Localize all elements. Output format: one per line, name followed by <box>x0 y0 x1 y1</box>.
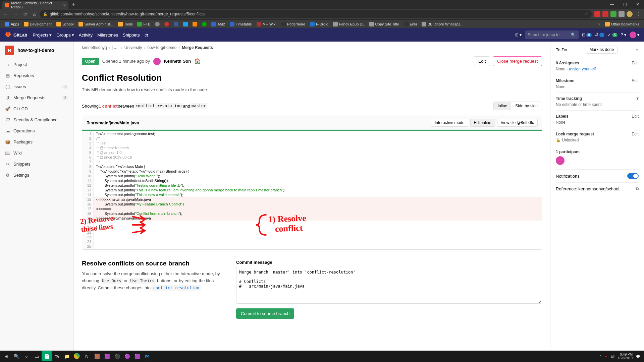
bookmark-item[interactable]: Copy Site Title <box>367 21 401 27</box>
commit-message-input[interactable] <box>236 267 542 304</box>
other-bookmarks[interactable]: Other bookmarks <box>603 21 641 27</box>
bookmark-item[interactable] <box>172 21 180 27</box>
taskbar-app[interactable]: 🛍 <box>52 351 62 361</box>
edit-link[interactable]: Edit <box>632 61 639 65</box>
minimize-button[interactable]: — <box>606 0 619 9</box>
edit-link[interactable]: Edit <box>632 114 639 119</box>
nav-groups[interactable]: Groups ▾ <box>56 33 74 38</box>
sidebar-item-wiki[interactable]: 📖Wiki <box>0 147 73 159</box>
view-file-button[interactable]: View file @8efb0fc <box>497 119 538 127</box>
taskbar-chrome[interactable] <box>72 351 82 361</box>
nav-milestones[interactable]: Milestones <box>97 33 118 38</box>
profile-avatar-icon[interactable] <box>627 11 633 17</box>
nav-activity[interactable]: Activity <box>79 33 93 38</box>
help-icon[interactable]: ? <box>636 96 639 101</box>
notifications-icon[interactable]: 💬 <box>636 355 640 358</box>
code-editor[interactable]: 1234567891011121314151617181920212223242… <box>82 130 542 249</box>
notifications-toggle[interactable] <box>627 173 639 179</box>
edit-button[interactable]: Edit <box>474 56 490 66</box>
header-search[interactable]: Search or jump to... 🔍 <box>525 31 579 39</box>
issues-counter[interactable]: ⊡8 <box>582 33 592 37</box>
plus-dropdown[interactable]: ⊞ ▾ <box>515 33 522 37</box>
bookmark-item[interactable] <box>181 21 190 27</box>
inline-toggle[interactable]: Inline <box>494 102 512 110</box>
sidebar-item-packages[interactable]: 📦Packages <box>0 136 73 147</box>
sidebar-item-security[interactable]: 🛡Security & Compliance <box>0 114 73 125</box>
sidebar-item-operations[interactable]: ☁Operations <box>0 125 73 136</box>
edit-link[interactable]: Edit <box>632 132 639 136</box>
assign-yourself-link[interactable]: assign yourself <box>569 67 596 71</box>
nav-forward-icon[interactable]: → <box>12 10 19 18</box>
sidebar-project-header[interactable]: H how-to-git-demo <box>0 42 73 59</box>
bookmark-item[interactable]: School <box>54 21 76 27</box>
taskbar-app[interactable]: ⚫ <box>112 351 122 361</box>
bookmark-item[interactable]: F-Droid <box>308 21 330 27</box>
tray-icon[interactable]: 🔊 <box>610 355 614 358</box>
sidebar-item-cicd[interactable]: 🚀CI / CD <box>0 103 73 114</box>
taskbar-app[interactable]: 📄 <box>42 351 52 361</box>
bookmark-item[interactable] <box>200 21 209 27</box>
sidebar-item-settings[interactable]: ⚙Settings <box>0 170 73 181</box>
mark-done-button[interactable]: Mark as done <box>586 46 618 54</box>
ext-icon[interactable] <box>619 11 625 17</box>
new-tab-button[interactable]: + <box>68 0 78 9</box>
ext-icon[interactable] <box>610 11 616 17</box>
bookmark-item[interactable]: AM2 <box>209 21 227 27</box>
collapse-right-icon[interactable]: » <box>636 47 639 52</box>
bookmark-item[interactable]: Pottermore <box>279 21 307 27</box>
author-name[interactable]: Kenneth Soh <box>164 59 191 64</box>
taskbar-app[interactable]: N <box>82 351 92 361</box>
taskbar-app[interactable]: 🟪 <box>132 351 142 361</box>
menu-icon[interactable]: ⋮ <box>635 10 642 18</box>
ext-icon[interactable] <box>602 11 608 17</box>
code-lines[interactable]: "kw">import test.packagename.test;/** * … <box>94 131 542 249</box>
reload-icon[interactable]: ⟳ <box>22 10 29 18</box>
clock[interactable]: 9:49 PM 16/8/2019 <box>618 353 633 360</box>
sidebar-item-project[interactable]: ⌂Project <box>0 59 73 70</box>
interactive-mode-button[interactable]: Interactive mode <box>431 119 468 127</box>
nav-snippets[interactable]: Snippets <box>123 33 140 38</box>
gitlab-logo[interactable]: GitLab <box>5 32 27 38</box>
sidebar-item-merge-requests[interactable]: ⇵Merge Requests2 <box>0 92 73 103</box>
close-mr-button[interactable]: Close merge request <box>493 56 542 66</box>
bookmark-item[interactable]: FTB <box>135 21 152 27</box>
nav-performance-icon[interactable]: ◔ <box>145 33 148 38</box>
edit-inline-button[interactable]: Edit inline <box>470 119 495 127</box>
bookmark-apps[interactable]: Apps <box>3 21 21 27</box>
bookmark-item[interactable]: BB Ignore Whitespa... <box>420 21 466 27</box>
sidebar-item-repository[interactable]: ▤Repository <box>0 70 73 81</box>
bookmark-item[interactable] <box>191 21 199 27</box>
ext-icon[interactable] <box>594 11 600 17</box>
copy-icon[interactable]: ⧉ <box>636 186 639 191</box>
tray-icon[interactable]: ● <box>605 355 607 358</box>
sbs-toggle[interactable]: Side-by-side <box>511 102 542 110</box>
breadcrumb-ellipsis[interactable]: ... <box>112 45 119 50</box>
taskbar-vscode[interactable]: ⋈ <box>142 351 152 361</box>
taskbar-app[interactable]: 📁 <box>62 351 72 361</box>
bookmark-overflow[interactable]: » <box>596 21 602 27</box>
bookmark-item[interactable] <box>153 21 162 27</box>
commit-button[interactable]: Commit to source branch <box>236 308 294 319</box>
browser-tab[interactable]: Merge Conflicts · Conflict Resolu × <box>2 1 68 9</box>
nav-back-icon[interactable]: ← <box>2 10 9 18</box>
start-button[interactable]: ⊞ <box>1 351 11 361</box>
taskview-icon[interactable]: ▭ <box>32 351 42 361</box>
sidebar-item-issues[interactable]: ◯Issues1 <box>0 81 73 92</box>
taskbar-app[interactable]: 🟫 <box>92 351 102 361</box>
edit-link[interactable]: Edit <box>632 78 639 83</box>
bookmark-item[interactable] <box>162 21 171 27</box>
search-icon[interactable]: 🔍 <box>11 351 21 361</box>
nav-projects[interactable]: Projects ▾ <box>33 33 52 38</box>
mr-counter[interactable]: ⇵1 <box>595 33 605 37</box>
cortana-icon[interactable]: ○ <box>21 351 32 361</box>
breadcrumb-item[interactable]: kennethsohyq <box>82 45 107 50</box>
breadcrumb-item[interactable]: how-to-git-demo <box>147 45 176 50</box>
bookmark-item[interactable]: Tools <box>116 21 135 27</box>
taskbar-app[interactable]: 🟪 <box>102 351 112 361</box>
bookmark-item[interactable]: Timetable <box>228 21 254 27</box>
url-input[interactable]: 🔒 gitlab.com/kennethsohyq/school/univers… <box>40 10 592 18</box>
user-menu[interactable]: ▾ <box>630 32 639 38</box>
bookmark-item[interactable]: Fancy Epub DL <box>331 21 367 27</box>
close-window-button[interactable]: ✕ <box>631 0 644 9</box>
bookmark-item[interactable]: Enki <box>402 21 419 27</box>
